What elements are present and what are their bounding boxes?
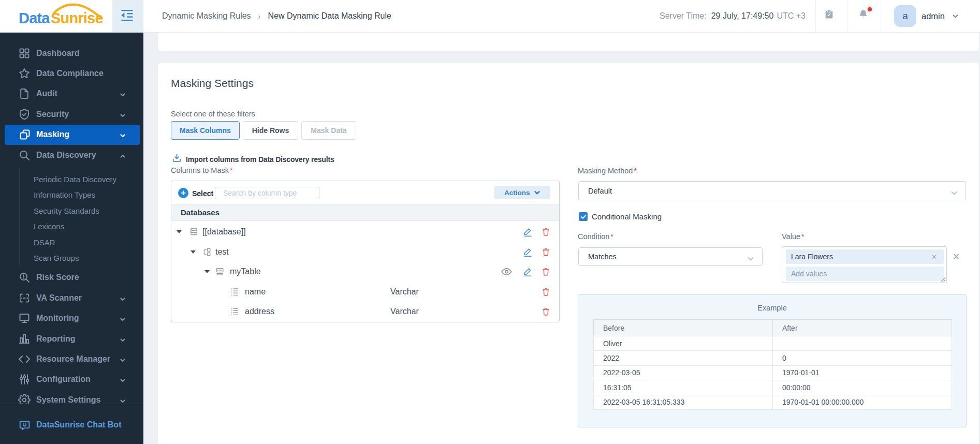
svg-text:Sunrise: Sunrise	[51, 10, 103, 26]
svg-text:Data: Data	[19, 10, 50, 26]
